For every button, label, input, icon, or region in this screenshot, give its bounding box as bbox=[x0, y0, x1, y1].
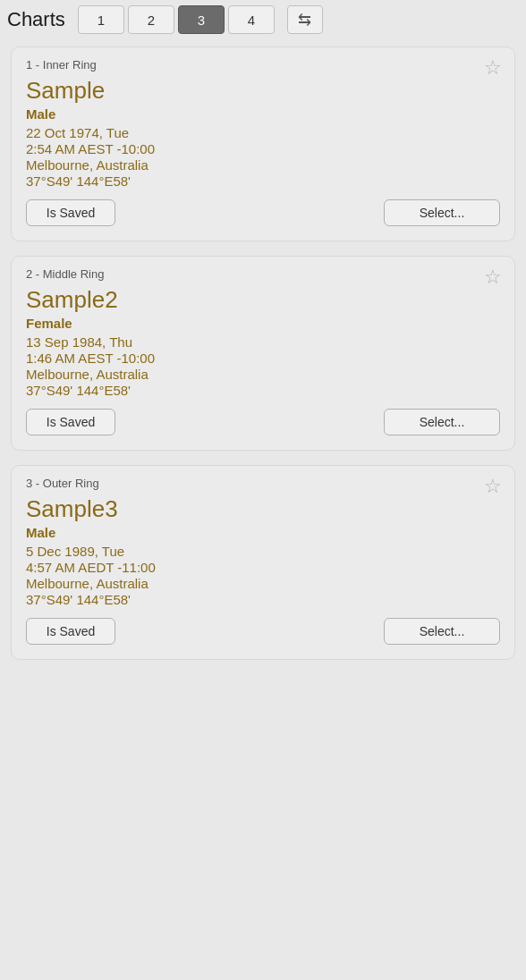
card-1-time: 2:54 AM AEST -10:00 bbox=[26, 141, 500, 156]
card-2: 2 - Middle Ring ☆ Sample2 Female 13 Sep … bbox=[11, 256, 515, 451]
shuffle-button[interactable]: ⇆ bbox=[287, 5, 323, 34]
card-2-actions: Is Saved Select... bbox=[26, 409, 500, 435]
card-3-gender: Male bbox=[26, 525, 500, 540]
card-1-star[interactable]: ☆ bbox=[484, 58, 502, 78]
card-1-is-saved-button[interactable]: Is Saved bbox=[26, 199, 115, 226]
card-2-location: Melbourne, Australia bbox=[26, 367, 500, 382]
card-2-name: Sample2 bbox=[26, 286, 500, 314]
card-1-actions: Is Saved Select... bbox=[26, 199, 500, 226]
card-2-date: 13 Sep 1984, Thu bbox=[26, 334, 500, 350]
card-2-star[interactable]: ☆ bbox=[484, 267, 502, 287]
card-3-star[interactable]: ☆ bbox=[484, 477, 502, 496]
card-1-coords: 37°S49' 144°E58' bbox=[26, 173, 500, 189]
card-3-coords: 37°S49' 144°E58' bbox=[26, 592, 500, 607]
card-2-select-button[interactable]: Select... bbox=[384, 409, 500, 435]
card-2-time: 1:46 AM AEST -10:00 bbox=[26, 351, 500, 366]
card-3: 3 - Outer Ring ☆ Sample3 Male 5 Dec 1989… bbox=[11, 465, 515, 660]
tab-1[interactable]: 1 bbox=[78, 5, 124, 34]
card-3-ring-label: 3 - Outer Ring bbox=[26, 477, 500, 490]
tab-bar: 1 2 3 4 bbox=[76, 5, 276, 34]
card-2-gender: Female bbox=[26, 316, 500, 331]
card-3-time: 4:57 AM AEDT -11:00 bbox=[26, 560, 500, 575]
card-1-ring-label: 1 - Inner Ring bbox=[26, 58, 500, 72]
card-1-gender: Male bbox=[26, 106, 500, 122]
card-3-location: Melbourne, Australia bbox=[26, 576, 500, 591]
card-1-select-button[interactable]: Select... bbox=[384, 199, 500, 226]
card-2-is-saved-button[interactable]: Is Saved bbox=[26, 409, 115, 435]
card-3-date: 5 Dec 1989, Tue bbox=[26, 544, 500, 559]
app-title: Charts bbox=[7, 8, 65, 31]
card-1-date: 22 Oct 1974, Tue bbox=[26, 125, 500, 140]
card-1: 1 - Inner Ring ☆ Sample Male 22 Oct 1974… bbox=[11, 46, 515, 241]
card-3-name: Sample3 bbox=[26, 495, 500, 523]
app-header: Charts 1 2 3 4 ⇆ bbox=[0, 0, 526, 39]
card-2-ring-label: 2 - Middle Ring bbox=[26, 267, 500, 281]
card-2-coords: 37°S49' 144°E58' bbox=[26, 383, 500, 398]
tab-4[interactable]: 4 bbox=[228, 5, 275, 34]
card-1-name: Sample bbox=[26, 77, 500, 105]
tab-3[interactable]: 3 bbox=[178, 5, 225, 34]
cards-container: 1 - Inner Ring ☆ Sample Male 22 Oct 1974… bbox=[0, 39, 526, 667]
tab-2[interactable]: 2 bbox=[128, 5, 174, 34]
card-3-select-button[interactable]: Select... bbox=[384, 618, 500, 645]
card-3-is-saved-button[interactable]: Is Saved bbox=[26, 618, 115, 645]
shuffle-icon: ⇆ bbox=[298, 10, 311, 30]
card-3-actions: Is Saved Select... bbox=[26, 618, 500, 645]
card-1-location: Melbourne, Australia bbox=[26, 157, 500, 173]
